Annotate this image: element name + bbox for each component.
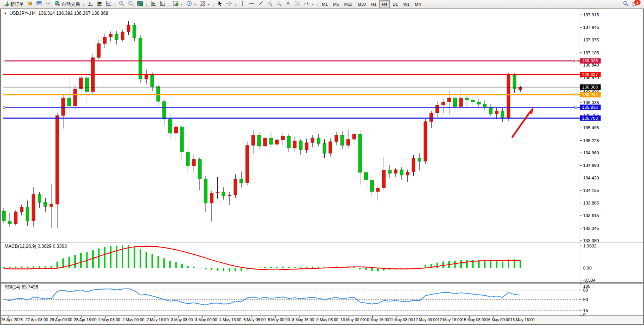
- macd-histogram-bar: [442, 262, 444, 268]
- time-axis-label: 2 May 00:00: [123, 317, 145, 322]
- notifications-button[interactable]: 1: [630, 0, 640, 8]
- arrows-button[interactable]: ▼: [302, 0, 315, 8]
- text-button[interactable]: A: [284, 0, 293, 8]
- price-tick-label: 134.155: [583, 188, 599, 193]
- timeframe-h1[interactable]: H1: [368, 0, 379, 8]
- candlestick-chart-button[interactable]: [95, 0, 104, 8]
- bull-candle: [352, 134, 356, 140]
- bull-candle: [519, 87, 522, 90]
- macd-histogram-bar: [484, 260, 486, 268]
- new-order-button[interactable]: 新订单: [2, 0, 26, 8]
- bear-candle: [465, 98, 469, 100]
- macd-histogram-bar: [359, 268, 361, 270]
- channel-icon: E: [267, 0, 273, 8]
- bar-chart-button[interactable]: [86, 0, 95, 8]
- macd-histogram-bar: [193, 266, 194, 268]
- line-handle: [575, 60, 577, 62]
- macd-histogram-bar: [211, 268, 212, 270]
- equidistant-channel-button[interactable]: E: [265, 0, 274, 8]
- price-level-chip-label: 136.928: [582, 59, 598, 63]
- timeframe-m30[interactable]: M30: [355, 0, 368, 8]
- macd-histogram-bar: [264, 267, 266, 268]
- bear-candle: [513, 75, 516, 89]
- trendline-button[interactable]: [256, 0, 265, 8]
- ohlc-values: 136.314 136.392 136.267 136.368: [38, 11, 108, 16]
- bull-candle: [435, 105, 439, 113]
- macd-histogram-bar: [282, 266, 284, 268]
- timeframe-mn[interactable]: MN: [412, 0, 424, 8]
- price-tick-label: 135.495: [583, 125, 599, 130]
- fibonacci-button[interactable]: F: [274, 0, 284, 8]
- bear-candle: [501, 111, 504, 118]
- time-axis-label: 4 May 00:00: [195, 317, 217, 322]
- bear-candle: [44, 202, 47, 206]
- macd-histogram-bar: [371, 268, 373, 271]
- bull-candle: [14, 212, 18, 224]
- search-icon: [623, 0, 629, 8]
- timeframe-m5[interactable]: M5: [330, 0, 341, 8]
- price-level-chip-label: 136.637: [582, 72, 598, 77]
- line-chart-button[interactable]: [104, 0, 113, 8]
- auto-scroll-button[interactable]: [149, 0, 158, 8]
- price-tick-label: 134.960: [583, 151, 599, 155]
- time-axis-label: 11 May 08:00: [389, 317, 413, 322]
- tile-windows-button[interactable]: [135, 0, 145, 8]
- macd-indicator-label: MACD(12,26,9) 0.3629 0.3363: [5, 244, 67, 249]
- signals-button[interactable]: [44, 0, 53, 8]
- macd-histogram-bar: [300, 267, 301, 268]
- macd-histogram-bar: [33, 266, 34, 268]
- macd-histogram-bar: [39, 266, 40, 268]
- market-depth-button[interactable]: [26, 0, 35, 8]
- crosshair-button[interactable]: [225, 0, 234, 8]
- bull-candle: [376, 188, 379, 192]
- macd-tick-label: 1.0032: [583, 244, 596, 248]
- chart-background: [0, 9, 644, 325]
- timeframe-m1[interactable]: M1: [319, 0, 330, 8]
- macd-histogram-bar: [92, 250, 94, 268]
- rsi-tick-label: 80: [583, 288, 588, 292]
- bull-candle: [62, 98, 65, 116]
- bull-candle: [448, 98, 451, 102]
- bear-candle: [151, 75, 154, 86]
- horizontal-line-button[interactable]: [247, 0, 256, 8]
- cursor-button[interactable]: [215, 0, 225, 8]
- price-level-chip-label: 135.936: [582, 105, 598, 109]
- time-axis-label: 15 May 08:00: [462, 317, 486, 322]
- new-chart-button[interactable]: [35, 0, 44, 8]
- chevron-down-icon: ▼: [311, 3, 314, 6]
- time-axis-label: 8 May 16:00: [292, 317, 314, 322]
- zoom-out-button[interactable]: [126, 0, 135, 8]
- auto-trading-button[interactable]: 自动交易: [53, 0, 81, 8]
- bull-candle: [495, 111, 498, 114]
- chevron-down-icon: ▼: [194, 3, 196, 6]
- zoom-in-button[interactable]: [117, 0, 126, 8]
- bear-candle: [240, 179, 243, 183]
- macd-histogram-bar: [104, 247, 105, 268]
- svg-text:T: T: [296, 2, 298, 6]
- timeframe-d1[interactable]: D1: [390, 0, 400, 8]
- periods-button[interactable]: ▼: [185, 0, 198, 8]
- indicators-button[interactable]: ▼: [171, 0, 185, 8]
- price-tick-label: 133.080: [583, 238, 599, 243]
- bull-candle: [382, 170, 386, 188]
- timeframe-w1[interactable]: W1: [400, 0, 412, 8]
- indicators-icon: [173, 0, 179, 8]
- templates-button[interactable]: ▼: [198, 0, 211, 8]
- bull-candle: [73, 89, 77, 106]
- text-label-button[interactable]: T: [293, 0, 302, 8]
- timeframe-m15[interactable]: M15: [341, 0, 355, 8]
- chart-shift-button[interactable]: [158, 0, 167, 8]
- bull-candle: [127, 25, 130, 32]
- bull-candle: [305, 143, 308, 150]
- search-button[interactable]: [621, 0, 630, 8]
- bull-candle: [245, 145, 249, 182]
- chart-canvas[interactable]: 137.915137.645137.375137.105136.840136.5…: [0, 0, 644, 325]
- new-order-label: 新订单: [10, 1, 24, 8]
- vertical-line-button[interactable]: [238, 0, 247, 8]
- bear-candle: [186, 152, 190, 166]
- time-axis-label: 1 May 08:00: [98, 317, 120, 322]
- macd-histogram-bar: [496, 261, 497, 268]
- line-handle: [3, 94, 5, 96]
- macd-histogram-bar: [158, 256, 159, 268]
- timeframe-h4[interactable]: H4: [379, 0, 390, 8]
